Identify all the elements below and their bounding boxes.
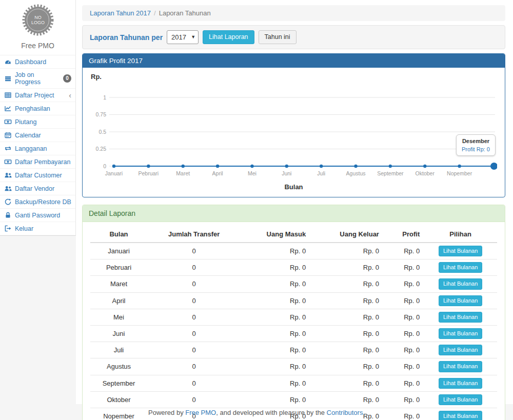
sidebar-item-label: Dashboard bbox=[15, 58, 46, 66]
cell-transfer: 0 bbox=[147, 259, 241, 276]
cell-month: Agustus bbox=[90, 358, 147, 375]
x-tick-label: Mei bbox=[248, 170, 256, 176]
cell-keluar: Rp. 0 bbox=[310, 325, 383, 342]
data-point[interactable] bbox=[250, 165, 253, 168]
cell-keluar: Rp. 0 bbox=[310, 358, 383, 375]
cell-transfer: 0 bbox=[147, 325, 241, 342]
cell-profit: Rp. 0 bbox=[383, 342, 424, 358]
sidebar-item-label: Ganti Password bbox=[15, 212, 60, 219]
cell-masuk: Rp. 0 bbox=[241, 342, 310, 358]
year-select[interactable]: 2017 bbox=[167, 30, 199, 44]
cell-transfer: 0 bbox=[147, 358, 241, 375]
sidebar-menu-row: Piutang bbox=[0, 115, 75, 129]
detail-panel-body: BulanJumlah TransferUang MasukUang Kelua… bbox=[83, 222, 505, 420]
table-icon bbox=[4, 91, 12, 99]
view-month-button-nopember[interactable]: Lihat Bulanan bbox=[439, 411, 482, 420]
logo-text-line1: NO bbox=[34, 15, 42, 20]
job-count-badge: 0 bbox=[63, 74, 71, 83]
calendar-icon bbox=[4, 131, 12, 139]
data-point[interactable] bbox=[389, 165, 392, 168]
data-point-hovered[interactable] bbox=[490, 163, 497, 170]
sidebar-menu-row: Daftar Pembayaran bbox=[0, 155, 75, 169]
sidebar-item-daftar-project[interactable]: Daftar Project‹ bbox=[0, 89, 75, 102]
logo-area: NO LOGO Free PMO bbox=[0, 0, 75, 55]
cell-masuk: Rp. 0 bbox=[241, 325, 310, 342]
footer-link-free-pmo[interactable]: Free PMO bbox=[185, 409, 216, 416]
cell-keluar: Rp. 0 bbox=[310, 259, 383, 276]
logo-text-line2: LOGO bbox=[31, 20, 44, 25]
data-point[interactable] bbox=[423, 165, 426, 168]
sidebar-menu-row: Ganti Password bbox=[0, 209, 75, 222]
tooltip-profit-value: Profit Rp: 0 bbox=[462, 146, 490, 152]
cell-masuk: Rp. 0 bbox=[241, 259, 310, 276]
cell-keluar: Rp. 0 bbox=[310, 309, 383, 325]
sidebar-item-keluar[interactable]: Keluar bbox=[0, 222, 75, 235]
report-table: BulanJumlah TransferUang MasukUang Kelua… bbox=[90, 226, 497, 420]
sidebar-menu-row: Penghasilan bbox=[0, 102, 75, 115]
retweet-icon bbox=[4, 145, 12, 152]
dashboard-icon bbox=[4, 58, 12, 66]
sidebar-item-piutang[interactable]: Piutang bbox=[0, 115, 75, 128]
x-tick-label: Nopember bbox=[447, 170, 472, 176]
table-row: Januari0Rp. 0Rp. 0Rp. 0Lihat Bulanan bbox=[90, 243, 497, 259]
data-point[interactable] bbox=[458, 165, 461, 168]
sidebar-item-label: Backup/Restore DB bbox=[15, 198, 71, 206]
data-point[interactable] bbox=[354, 165, 357, 168]
view-month-button-mei[interactable]: Lihat Bulanan bbox=[439, 312, 482, 323]
data-point[interactable] bbox=[182, 165, 185, 168]
sidebar-menu-row: Calendar bbox=[0, 129, 75, 142]
sidebar-item-langganan[interactable]: Langganan bbox=[0, 142, 75, 155]
sidebar-item-daftar-customer[interactable]: Daftar Customer bbox=[0, 169, 75, 182]
cell-action: Lihat Bulanan bbox=[424, 342, 497, 358]
sidebar-item-daftar-vendor[interactable]: Daftar Vendor bbox=[0, 182, 75, 195]
sign-out-icon bbox=[4, 225, 12, 232]
x-tick-label: April bbox=[212, 170, 223, 176]
this-year-button[interactable]: Tahun ini bbox=[259, 30, 297, 44]
data-point[interactable] bbox=[320, 165, 323, 168]
chart-y-axis-unit: Rp. bbox=[90, 73, 498, 82]
view-month-button-juni[interactable]: Lihat Bulanan bbox=[439, 328, 482, 339]
sidebar-menu: DashboardJob on Progress0Daftar Project‹… bbox=[0, 55, 75, 235]
sidebar-item-dashboard[interactable]: Dashboard bbox=[0, 55, 75, 68]
sidebar-item-ganti-password[interactable]: Ganti Password bbox=[0, 209, 75, 222]
breadcrumb-link-laporan-tahun[interactable]: Laporan Tahun 2017 bbox=[90, 9, 151, 17]
footer-text-middle: , and developed with pleasure by the bbox=[216, 409, 326, 416]
cell-masuk: Rp. 0 bbox=[241, 375, 310, 391]
data-point[interactable] bbox=[112, 165, 115, 168]
column-header-profit: Profit bbox=[383, 226, 424, 243]
cell-month: April bbox=[90, 292, 147, 309]
profit-line-chart: 10.750.50.250JanuariPebruariMaretAprilMe… bbox=[90, 82, 497, 181]
breadcrumb-separator: / bbox=[154, 9, 156, 17]
view-month-button-oktober[interactable]: Lihat Bulanan bbox=[439, 394, 482, 405]
sidebar-item-backup-restore-db[interactable]: Backup/Restore DB bbox=[0, 195, 75, 208]
sidebar-item-daftar-pembayaran[interactable]: Daftar Pembayaran bbox=[0, 155, 75, 168]
view-month-button-januari[interactable]: Lihat Bulanan bbox=[439, 246, 482, 256]
sidebar-menu-row: Keluar bbox=[0, 222, 75, 235]
view-month-button-september[interactable]: Lihat Bulanan bbox=[439, 378, 482, 389]
cell-month: Juli bbox=[90, 342, 147, 358]
cell-transfer: 0 bbox=[147, 375, 241, 391]
column-header-jumlah-transfer: Jumlah Transfer bbox=[147, 226, 241, 243]
view-report-button[interactable]: Lihat Laporan bbox=[203, 30, 254, 44]
cell-masuk: Rp. 0 bbox=[241, 276, 310, 292]
sidebar-item-label: Daftar Vendor bbox=[15, 185, 54, 192]
view-month-button-april[interactable]: Lihat Bulanan bbox=[439, 295, 482, 306]
view-month-button-juli[interactable]: Lihat Bulanan bbox=[439, 345, 482, 355]
cell-profit: Rp. 0 bbox=[383, 309, 424, 325]
view-month-button-maret[interactable]: Lihat Bulanan bbox=[439, 278, 482, 289]
data-point[interactable] bbox=[285, 165, 288, 168]
sidebar-item-job-on-progress[interactable]: Job on Progress0 bbox=[0, 69, 75, 88]
sidebar-item-calendar[interactable]: Calendar bbox=[0, 129, 75, 142]
cell-keluar: Rp. 0 bbox=[310, 276, 383, 292]
data-point[interactable] bbox=[147, 165, 150, 168]
sidebar-item-penghasilan[interactable]: Penghasilan bbox=[0, 102, 75, 115]
cell-masuk: Rp. 0 bbox=[241, 358, 310, 375]
brand-name: Free PMO bbox=[0, 42, 75, 50]
x-tick-label: Juni bbox=[282, 170, 291, 176]
view-month-button-pebruari[interactable]: Lihat Bulanan bbox=[439, 262, 482, 273]
footer-link-contributors[interactable]: Contributors. bbox=[327, 409, 365, 416]
data-point[interactable] bbox=[216, 165, 219, 168]
view-month-button-agustus[interactable]: Lihat Bulanan bbox=[439, 361, 482, 372]
sidebar-menu-row: Daftar Customer bbox=[0, 169, 75, 182]
cell-transfer: 0 bbox=[147, 342, 241, 358]
